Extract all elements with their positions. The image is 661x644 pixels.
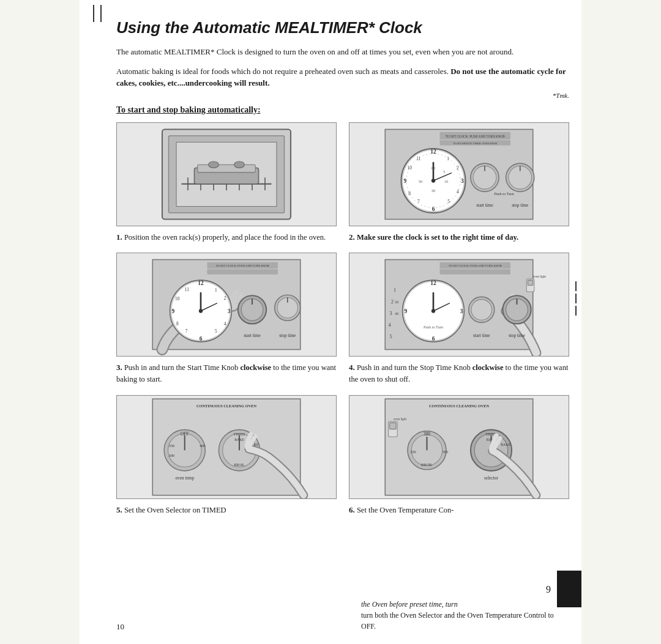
- step-3-block: TO SET CLOCK: PUSH AND TURN KNOB 12 3: [116, 253, 337, 385]
- page-title: Using the Automatic MEALTIMER* Clock: [116, 18, 569, 37]
- step-1-text: 1. Position the oven rack(s) properly, a…: [116, 231, 337, 243]
- svg-text:2: 2: [391, 299, 394, 305]
- svg-text:11: 11: [185, 287, 189, 292]
- svg-rect-133: [390, 423, 397, 429]
- step-6-diagram: CONTINUOUS CLEANING OVEN oven light 300 …: [349, 395, 569, 499]
- svg-text:CONTINUOUS CLEANING OVEN: CONTINUOUS CLEANING OVEN: [429, 404, 489, 408]
- svg-text:10: 10: [407, 165, 412, 170]
- step-6-text: 6. Set the Oven Temperature Con-: [349, 504, 569, 516]
- page-number-right: 9: [546, 584, 551, 595]
- svg-text:11: 11: [416, 155, 420, 161]
- svg-text:400: 400: [200, 443, 205, 448]
- svg-text:9: 9: [171, 308, 174, 314]
- step-4-diagram: TO SET CLOCK: PUSH AND TURN KNOB 1 2 3 4…: [349, 253, 569, 357]
- svg-text:TO SET MINUTE TIMER: TURN KNOB: TO SET MINUTE TIMER: TURN KNOB: [453, 141, 497, 144]
- trademark: *Tmk.: [116, 92, 569, 99]
- svg-text:3: 3: [461, 177, 464, 183]
- svg-text:250: 250: [410, 450, 416, 454]
- clock-panel-svg: TO SET CLOCK: PUSH AND TURN KNOB TO SET …: [349, 123, 569, 226]
- intro-paragraph-1: The automatic MEALTIMER* Clock is design…: [116, 46, 569, 58]
- svg-text:3: 3: [460, 308, 463, 314]
- svg-text:30: 30: [431, 188, 435, 193]
- svg-text:stop time: stop time: [512, 202, 528, 207]
- svg-text:12: 12: [198, 281, 204, 287]
- svg-text:1: 1: [394, 287, 396, 293]
- svg-text:BROIL: BROIL: [421, 462, 433, 467]
- svg-text:stop time: stop time: [509, 333, 525, 338]
- svg-text:350: 350: [169, 443, 174, 448]
- step-1-diagram: [116, 122, 337, 226]
- step-2-text: 2. Make sure the clock is set to the rig…: [349, 231, 569, 243]
- section-heading: To start and stop baking automatically:: [116, 105, 569, 115]
- svg-rect-12: [198, 165, 256, 172]
- step-6-block: CONTINUOUS CLEANING OVEN oven light 300 …: [349, 395, 569, 516]
- bottom-italic-text: the Oven before preset time, turn: [361, 600, 458, 609]
- svg-point-100: [431, 309, 435, 313]
- svg-text:50: 50: [395, 300, 398, 304]
- step6-svg: CONTINUOUS CLEANING OVEN oven light 300 …: [349, 396, 569, 498]
- svg-point-103: [471, 300, 492, 320]
- svg-point-13: [209, 161, 219, 168]
- right-binding-marks: [575, 281, 577, 316]
- step-4-block: TO SET CLOCK: PUSH AND TURN KNOB 1 2 3 4…: [349, 253, 569, 385]
- svg-text:12: 12: [430, 281, 436, 287]
- svg-text:2: 2: [457, 165, 459, 170]
- svg-text:5: 5: [443, 169, 445, 173]
- steps-row-3: CONTINUOUS CLEANING OVEN OFF 350 300 400…: [116, 395, 569, 516]
- bottom-normal-text: turn both the Oven Selector and the Oven…: [361, 611, 554, 631]
- svg-text:Push to Turn: Push to Turn: [494, 191, 514, 195]
- svg-text:6: 6: [432, 336, 435, 342]
- svg-text:TO SET CLOCK: PUSH AND TURN KN: TO SET CLOCK: PUSH AND TURN KNOB: [446, 135, 505, 138]
- svg-point-42: [431, 179, 435, 182]
- svg-text:3: 3: [390, 311, 392, 316]
- page-content: Using the Automatic MEALTIMER* Clock The…: [80, 0, 581, 644]
- step-2-diagram: TO SET CLOCK: PUSH AND TURN KNOB TO SET …: [349, 122, 569, 226]
- step-3-diagram: TO SET CLOCK: PUSH AND TURN KNOB 12 3: [116, 253, 337, 357]
- svg-text:start time: start time: [244, 333, 260, 338]
- step-5-text: 5. Set the Oven Selector on TIMED: [116, 504, 337, 516]
- intro-paragraph-2: Automatic baking is ideal for foods whic…: [116, 65, 569, 89]
- svg-text:TO SET CLOCK: PUSH AND TURN KN: TO SET CLOCK: PUSH AND TURN KNOB: [449, 264, 502, 267]
- svg-text:oven temp: oven temp: [175, 475, 194, 480]
- page-number-left: 10: [116, 622, 124, 632]
- svg-text:BAKE: BAKE: [501, 443, 510, 446]
- svg-text:4: 4: [224, 321, 226, 327]
- intro2-start: Automatic baking is ideal for foods whic…: [116, 67, 450, 76]
- svg-text:oven light: oven light: [533, 275, 547, 278]
- svg-text:oven light: oven light: [394, 417, 407, 421]
- steps-row-2: TO SET CLOCK: PUSH AND TURN KNOB 12 3: [116, 253, 569, 385]
- oven-rack-svg: [117, 123, 336, 226]
- steps-row-1: 1. Position the oven rack(s) properly, a…: [116, 122, 569, 243]
- svg-point-14: [234, 161, 245, 168]
- step-4-text: 4. Push in and turn the Stop Time Knob c…: [349, 361, 569, 385]
- svg-text:10: 10: [444, 179, 448, 183]
- svg-text:start time: start time: [476, 202, 493, 207]
- svg-text:300: 300: [424, 431, 430, 437]
- svg-text:40: 40: [395, 311, 398, 316]
- svg-text:300: 300: [169, 453, 174, 457]
- step4-svg: TO SET CLOCK: PUSH AND TURN KNOB 1 2 3 4…: [349, 253, 569, 356]
- svg-text:5: 5: [215, 328, 217, 334]
- svg-text:7: 7: [417, 199, 420, 204]
- svg-text:TO SET CLOCK: PUSH AND TURN KN: TO SET CLOCK: PUSH AND TURN KNOB: [216, 264, 269, 267]
- step-1-block: 1. Position the oven rack(s) properly, a…: [116, 122, 337, 243]
- binding-mark-2: [100, 5, 102, 22]
- svg-text:BROIL: BROIL: [234, 463, 245, 467]
- svg-text:2: 2: [224, 295, 226, 301]
- svg-text:10: 10: [175, 296, 180, 302]
- svg-text:3: 3: [228, 308, 231, 314]
- svg-text:8: 8: [176, 321, 179, 327]
- svg-text:9: 9: [403, 177, 406, 183]
- step-5-block: CONTINUOUS CLEANING OVEN OFF 350 300 400…: [116, 395, 337, 516]
- binding-mark-1: [93, 5, 94, 22]
- svg-text:6: 6: [200, 336, 203, 342]
- svg-text:start time: start time: [473, 333, 490, 338]
- svg-text:12: 12: [430, 149, 436, 155]
- bottom-continuation-text: the Oven before preset time, turn turn b…: [361, 599, 569, 632]
- step3-svg: TO SET CLOCK: PUSH AND TURN KNOB 12 3: [117, 253, 336, 356]
- svg-text:8: 8: [408, 190, 411, 196]
- svg-text:50: 50: [419, 179, 422, 183]
- svg-rect-84: [440, 270, 511, 275]
- svg-text:5: 5: [447, 199, 450, 204]
- svg-text:selector: selector: [484, 475, 498, 480]
